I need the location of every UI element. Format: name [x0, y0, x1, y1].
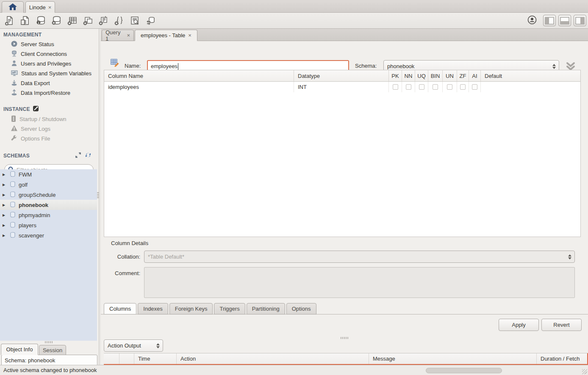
column-row-idemployees[interactable]: idemployees INT — [104, 82, 580, 92]
bin-checkbox[interactable] — [433, 84, 438, 90]
tab-columns[interactable]: Columns — [104, 303, 136, 314]
create-view-icon[interactable] — [81, 15, 94, 26]
expander-icon[interactable]: ▶ — [3, 213, 7, 217]
expander-icon[interactable]: ▶ — [3, 173, 7, 176]
data-transfer-icon[interactable] — [144, 15, 157, 26]
table-editor-tabs: Columns Indexes Foreign Keys Triggers Pa… — [104, 303, 316, 314]
col-header-ai[interactable]: AI — [469, 70, 480, 81]
uq-checkbox[interactable] — [419, 84, 424, 90]
connection-tab[interactable]: Linode × — [25, 1, 55, 13]
schema-item-phonebook[interactable]: ▶ phonebook — [0, 200, 97, 210]
nn-checkbox[interactable] — [406, 84, 411, 90]
ai-checkbox[interactable] — [472, 84, 477, 90]
data-import-icon — [11, 89, 17, 97]
cell-column-name[interactable]: idemployees — [104, 82, 294, 92]
create-schema-icon[interactable] — [50, 15, 63, 26]
sidebar-item-startup-shutdown[interactable]: Startup / Shutdown — [0, 114, 99, 124]
expander-icon[interactable]: ▶ — [3, 234, 7, 237]
sidebar-item-server-status[interactable]: Server Status — [0, 39, 99, 49]
action-output-select[interactable]: Action Output — [104, 339, 163, 352]
col-header-uq[interactable]: UQ — [415, 70, 428, 81]
tab-indexes[interactable]: Indexes — [138, 303, 168, 314]
sidebar-item-data-export[interactable]: Data Export — [0, 78, 99, 88]
toggle-right-panel-button[interactable] — [574, 15, 586, 26]
pk-cell — [388, 82, 402, 92]
server-inspector-icon[interactable] — [34, 15, 47, 26]
schema-item-golf[interactable]: ▶ golf — [0, 179, 97, 190]
expander-icon[interactable]: ▶ — [3, 203, 7, 207]
col-header-column-name[interactable]: Column Name — [104, 70, 294, 81]
nn-cell — [402, 82, 415, 92]
sidebar-item-system-variables[interactable]: Status and System Variables — [0, 69, 99, 78]
output-col-action[interactable]: Action — [176, 353, 369, 364]
apply-button[interactable]: Apply — [499, 319, 539, 331]
comment-textarea[interactable] — [144, 267, 575, 298]
schema-item-fwm[interactable]: ▶ FWM — [0, 169, 97, 179]
collation-select[interactable]: *Table Default* — [144, 251, 575, 263]
close-icon[interactable]: × — [48, 5, 52, 10]
create-table-icon[interactable] — [66, 15, 78, 26]
tab-employees-table[interactable]: employees - Table × — [135, 30, 197, 41]
un-checkbox[interactable] — [447, 84, 452, 90]
close-icon[interactable]: × — [127, 33, 130, 38]
col-header-bin[interactable]: BIN — [428, 70, 442, 81]
search-objects-icon[interactable] — [128, 15, 141, 26]
col-header-un[interactable]: UN — [442, 70, 457, 81]
refresh-schemas-icon[interactable] — [85, 152, 91, 159]
expander-icon[interactable]: ▶ — [3, 193, 7, 197]
horizontal-scrollbar-thumb[interactable] — [426, 368, 502, 373]
tab-options[interactable]: Options — [286, 303, 316, 314]
sidebar-item-server-logs[interactable]: Server Logs — [0, 124, 99, 134]
sidebar-splitter-grip[interactable] — [45, 341, 53, 343]
action-output-header: Time Action Message Duration / Fetch — [104, 353, 588, 364]
sidebar-item-options-file[interactable]: Options File — [0, 134, 99, 143]
col-header-default[interactable]: Default — [480, 70, 580, 81]
tab-partitioning[interactable]: Partitioning — [247, 303, 285, 314]
text-cursor — [178, 63, 178, 70]
tab-triggers[interactable]: Triggers — [214, 303, 245, 314]
revert-button[interactable]: Revert — [541, 319, 582, 331]
sidebar-item-client-connections[interactable]: Client Connections — [0, 49, 99, 59]
zf-cell — [457, 82, 469, 92]
create-procedure-icon[interactable] — [97, 15, 110, 26]
schema-tree: ▶ FWM ▶ golf ▶ groupSchedule ▶ phonebook… — [0, 169, 97, 341]
expander-icon[interactable]: ▶ — [3, 223, 7, 227]
schema-item-groupschedule[interactable]: ▶ groupSchedule — [0, 190, 97, 200]
sidebar-item-users-privileges[interactable]: Users and Privileges — [0, 59, 99, 69]
user-circle-icon — [527, 15, 537, 26]
cell-datatype[interactable]: INT — [294, 82, 388, 92]
schema-item-scavenger[interactable]: ▶ scavenger — [0, 230, 97, 240]
home-tab[interactable] — [2, 1, 24, 13]
schema-item-phpmyadmin[interactable]: ▶ phpmyadmin — [0, 210, 97, 220]
table-editor-header: Name: employees Schema: phonebook — [101, 41, 588, 69]
create-function-icon[interactable] — [113, 15, 125, 26]
sidebar-splitter-handle[interactable] — [97, 191, 99, 198]
tab-object-info[interactable]: Object Info — [1, 344, 38, 355]
cell-default[interactable] — [480, 82, 580, 92]
output-col-time[interactable]: Time — [134, 353, 176, 364]
pk-checkbox[interactable] — [393, 84, 398, 90]
window-resize-grip[interactable] — [582, 369, 587, 374]
options-file-icon — [11, 135, 17, 143]
tab-foreign-keys[interactable]: Foreign Keys — [169, 303, 213, 314]
sidebar-item-data-import[interactable]: Data Import/Restore — [0, 88, 99, 98]
tab-session[interactable]: Session — [39, 345, 66, 355]
schema-item-players[interactable]: ▶ players — [0, 220, 97, 230]
expander-icon[interactable]: ▶ — [3, 183, 7, 187]
output-col-duration[interactable]: Duration / Fetch — [536, 353, 587, 364]
toggle-left-panel-button[interactable] — [543, 15, 556, 26]
expand-schemas-icon[interactable] — [75, 152, 81, 159]
col-header-datatype[interactable]: Datatype — [294, 70, 388, 81]
tab-query-1[interactable]: Query 1 × — [102, 30, 134, 41]
zf-checkbox[interactable] — [460, 84, 466, 90]
output-splitter-grip[interactable] — [341, 337, 348, 339]
col-header-nn[interactable]: NN — [402, 70, 415, 81]
col-header-zf[interactable]: ZF — [457, 70, 469, 81]
open-sql-script-icon[interactable] — [19, 15, 31, 26]
toggle-bottom-panel-button[interactable] — [558, 15, 571, 26]
output-col-message[interactable]: Message — [369, 353, 536, 364]
col-header-pk[interactable]: PK — [388, 70, 402, 81]
close-icon[interactable]: × — [188, 33, 191, 38]
new-sql-tab-icon[interactable] — [3, 15, 16, 26]
spinner-icon — [568, 254, 571, 259]
